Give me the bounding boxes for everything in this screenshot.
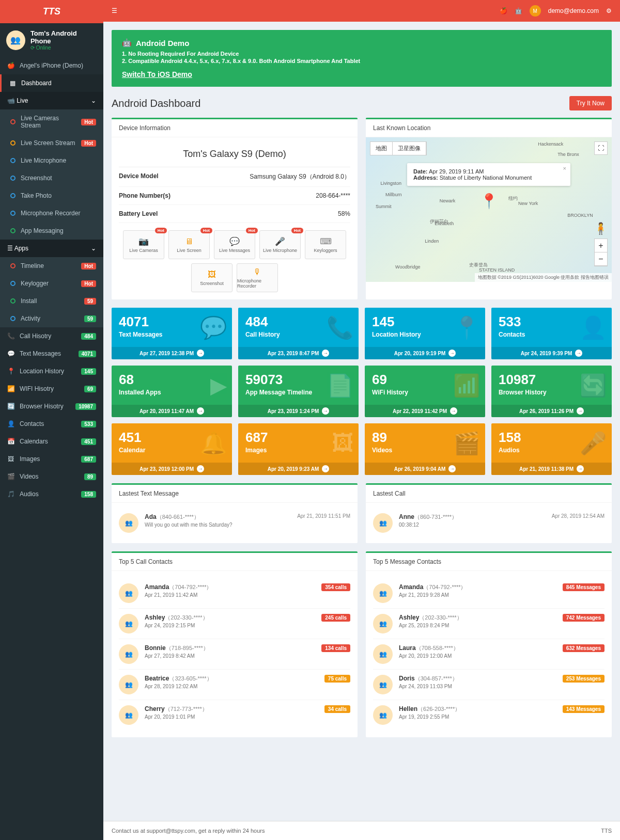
user-avatar[interactable]: M xyxy=(530,5,541,17)
map-pin-icon[interactable]: 📍 xyxy=(480,193,498,210)
contact-row[interactable]: 👥Ashley（202-330-****）Apr 25, 2019 8:24 P… xyxy=(373,609,605,639)
map-label: Linden xyxy=(425,239,439,244)
sidebar-item[interactable]: 📅Calendars451 xyxy=(0,433,103,450)
sidebar-live-item[interactable]: App Messaging xyxy=(0,222,103,240)
sidebar-item[interactable]: 💬Text Messages4071 xyxy=(0,345,103,362)
sidebar-item[interactable]: 🎵Audios158 xyxy=(0,485,103,503)
stat-card[interactable]: 687Images🖼Apr 20, 2019 9:23 AM→ xyxy=(238,423,359,475)
sidebar-item[interactable]: 📍Location History145 xyxy=(0,362,103,380)
fullscreen-icon[interactable]: ⛶ xyxy=(594,141,608,155)
logo[interactable]: TTS xyxy=(0,0,103,23)
dot-icon xyxy=(10,158,16,163)
stat-card[interactable]: 484Call History📞Apr 23, 2019 8:47 PM→ xyxy=(238,308,359,359)
contact-row[interactable]: 👥Cherry（712-773-****）Apr 20, 2019 1:01 P… xyxy=(119,700,350,730)
close-icon[interactable]: × xyxy=(563,165,566,171)
apple-icon[interactable]: 🍎 xyxy=(500,7,507,14)
device-title: Tom's Galaxy S9 (Demo) xyxy=(119,145,350,167)
map-tab-map[interactable]: 地图 xyxy=(370,142,393,155)
stat-card[interactable]: 69WiFi History📶Apr 22, 2019 11:42 PM→ xyxy=(365,366,485,417)
stat-card[interactable]: 4071Text Messages💬Apr 27, 2019 12:38 PM→ xyxy=(112,308,232,359)
quick-action-button[interactable]: ⌨Keyloggers xyxy=(305,230,346,259)
android-icon[interactable]: 🤖 xyxy=(515,7,522,14)
sidebar-apps-item[interactable]: TimelineHot xyxy=(0,257,103,275)
stat-card[interactable]: 145Location History📍Apr 20, 2019 9:19 PM… xyxy=(365,308,485,359)
pegman-icon[interactable]: 🧍 xyxy=(594,222,608,235)
sidebar-live-item[interactable]: Screenshot xyxy=(0,169,103,187)
quick-icon: 💬 xyxy=(229,236,240,246)
sidebar-item[interactable]: 🎬Videos89 xyxy=(0,468,103,485)
contact-row[interactable]: 👥Beatrice（323-605-****）Apr 28, 2019 12:0… xyxy=(119,670,350,700)
zoom-in-button[interactable]: + xyxy=(595,239,607,252)
stat-footer[interactable]: Apr 22, 2019 11:42 PM→ xyxy=(365,405,485,417)
contact-row[interactable]: 👥Amanda（704-792-****）Apr 21, 2019 9:28 A… xyxy=(373,578,605,609)
sidebar-dashboard[interactable]: ▦Dashboard xyxy=(0,74,103,92)
avatar: 👥 xyxy=(119,614,138,633)
contact-row[interactable]: 👥Laura（708-558-****）Apr 20, 2019 12:00 A… xyxy=(373,639,605,670)
hot-badge: Hot xyxy=(200,228,212,233)
top-msgs-box: Top 5 Message Contacts 👥Amanda（704-792-*… xyxy=(366,551,612,737)
quick-action-button[interactable]: 🖼Screenshot xyxy=(191,263,233,292)
stat-footer[interactable]: Apr 20, 2019 9:23 AM→ xyxy=(238,463,359,475)
stat-footer[interactable]: Apr 23, 2019 8:47 PM→ xyxy=(238,347,359,359)
count-badge: 75 calls xyxy=(324,675,350,683)
arrow-icon: → xyxy=(577,407,584,415)
stat-card[interactable]: 68Installed Apps▶Apr 20, 2019 11:47 AM→ xyxy=(112,366,232,417)
menu-toggle[interactable]: ☰ xyxy=(112,7,117,14)
user-email[interactable]: demo@demo.com xyxy=(548,7,599,14)
map-label: The Bronx xyxy=(557,152,579,157)
stat-footer[interactable]: Apr 26, 2019 9:04 AM→ xyxy=(365,463,485,475)
avatar: 👥 xyxy=(373,705,393,725)
sidebar-apps-header[interactable]: ☰ Apps⌄ xyxy=(0,240,103,257)
sidebar-live-item[interactable]: Live Screen StreamHot xyxy=(0,134,103,152)
stat-footer[interactable]: Apr 27, 2019 12:38 PM→ xyxy=(112,347,232,359)
sidebar-item[interactable]: 📶WIFI Hisotry69 xyxy=(0,380,103,398)
stat-footer[interactable]: Apr 24, 2019 9:39 PM→ xyxy=(491,347,612,359)
sidebar-live-header[interactable]: 📹 Live⌄ xyxy=(0,92,103,109)
sidebar-live-item[interactable]: Microphone Recorder xyxy=(0,204,103,222)
stat-card[interactable]: 451Calendar🔔Apr 23, 2019 12:00 PM→ xyxy=(112,423,232,475)
stat-card[interactable]: 89Videos🎬Apr 26, 2019 9:04 AM→ xyxy=(365,423,485,475)
stat-card[interactable]: 10987Browser History🔄Apr 26, 2019 11:26 … xyxy=(491,366,612,417)
sidebar-live-item[interactable]: Live Cameras StreamHot xyxy=(0,109,103,134)
sidebar-live-item[interactable]: Live Microphone xyxy=(0,152,103,169)
arrow-icon: → xyxy=(450,407,457,415)
sidebar-item[interactable]: 📞Call Hisotry484 xyxy=(0,327,103,345)
switch-demo-link[interactable]: Switch To iOS Demo xyxy=(122,70,192,78)
contact-row[interactable]: 👥Amanda（704-792-****）Apr 21, 2019 11:42 … xyxy=(119,578,350,609)
contact-row[interactable]: 👥Ashley（202-330-****）Apr 24, 2019 2:15 P… xyxy=(119,609,350,639)
try-it-button[interactable]: Try It Now xyxy=(569,96,612,110)
sidebar-item[interactable]: 🔄Browser Hisotry10987 xyxy=(0,398,103,415)
contact-row[interactable]: 👥Hellen（626-203-****）Apr 19, 2019 2:55 P… xyxy=(373,700,605,730)
nav-icon: 📶 xyxy=(7,385,14,392)
stat-footer[interactable]: Apr 20, 2019 11:47 AM→ xyxy=(112,405,232,417)
nav-icon: 📅 xyxy=(7,438,14,445)
sidebar-item[interactable]: 🖼Images687 xyxy=(0,450,103,468)
quick-action-button[interactable]: Hot📷Live Cameras xyxy=(123,230,164,259)
sidebar-demo-device[interactable]: 🍎Angel's iPhone (Demo) xyxy=(0,57,103,74)
stat-footer[interactable]: Apr 20, 2019 9:19 PM→ xyxy=(365,347,485,359)
sidebar-live-item[interactable]: Take Photo xyxy=(0,187,103,204)
device-info-box: Device Information Tom's Galaxy S9 (Demo… xyxy=(112,118,358,299)
sidebar-apps-item[interactable]: Install59 xyxy=(0,292,103,310)
stat-footer[interactable]: Apr 26, 2019 11:26 PM→ xyxy=(491,405,612,417)
sidebar-item[interactable]: 👤Contacts533 xyxy=(0,415,103,433)
sidebar-apps-item[interactable]: Activity59 xyxy=(0,310,103,327)
stat-footer[interactable]: Apr 23, 2019 1:24 PM→ xyxy=(238,405,359,417)
quick-action-button[interactable]: Hot💬Live Messages xyxy=(214,230,255,259)
map[interactable]: HackensackThe BronxNewark纽约New YorkBROOK… xyxy=(366,137,612,282)
stat-card[interactable]: 158Audios🎤Apr 21, 2019 11:38 PM→ xyxy=(491,423,612,475)
contact-row[interactable]: 👥Doris（304-857-****）Apr 24, 2019 11:03 P… xyxy=(373,670,605,700)
map-tab-satellite[interactable]: 卫星图像 xyxy=(393,142,426,155)
quick-icon: ⌨ xyxy=(320,236,332,246)
stat-card[interactable]: 533Contacts👤Apr 24, 2019 9:39 PM→ xyxy=(491,308,612,359)
stat-card[interactable]: 59073App Message Timeline📄Apr 23, 2019 1… xyxy=(238,366,359,417)
quick-action-button[interactable]: Hot🎤Live Microphone xyxy=(259,230,301,259)
sidebar-apps-item[interactable]: KeyloggerHot xyxy=(0,275,103,292)
quick-action-button[interactable]: Hot🖥Live Screen xyxy=(168,230,210,259)
zoom-out-button[interactable]: − xyxy=(595,252,607,266)
contact-row[interactable]: 👥Bonnie（718-895-****）Apr 27, 2019 8:42 A… xyxy=(119,639,350,670)
stat-footer[interactable]: Apr 21, 2019 11:38 PM→ xyxy=(491,463,612,475)
stat-footer[interactable]: Apr 23, 2019 12:00 PM→ xyxy=(112,463,232,475)
settings-icon[interactable]: ⚙ xyxy=(606,7,612,14)
quick-action-button[interactable]: 🎙Microphone Recorder xyxy=(237,263,278,292)
